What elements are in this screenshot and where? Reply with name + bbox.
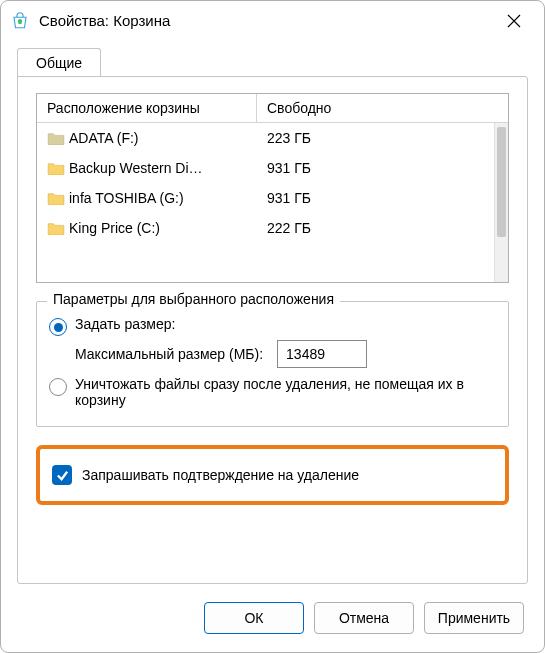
table-row[interactable]: Backup Western Di… 931 ГБ bbox=[37, 153, 494, 183]
close-button[interactable] bbox=[494, 1, 534, 41]
recycle-bin-icon bbox=[11, 12, 29, 30]
cell-free: 931 ГБ bbox=[257, 154, 494, 182]
settings-group: Параметры для выбранного расположения За… bbox=[36, 301, 509, 427]
table-row[interactable]: infa TOSHIBA (G:) 931 ГБ bbox=[37, 183, 494, 213]
cancel-button[interactable]: Отмена bbox=[314, 602, 414, 634]
scrollbar-thumb[interactable] bbox=[497, 127, 506, 237]
cell-free: 223 ГБ bbox=[257, 124, 494, 152]
cell-location: Backup Western Di… bbox=[69, 160, 203, 176]
tab-strip: Общие bbox=[1, 41, 544, 76]
confirm-delete-highlight: Запрашивать подтверждение на удаление bbox=[36, 445, 509, 505]
table-row[interactable]: King Price (C:) 222 ГБ bbox=[37, 213, 494, 243]
cell-location: King Price (C:) bbox=[69, 220, 160, 236]
confirm-delete-checkbox[interactable] bbox=[52, 465, 72, 485]
table-header: Расположение корзины Свободно bbox=[37, 94, 508, 123]
radio-custom-size[interactable] bbox=[49, 318, 67, 336]
cell-free: 931 ГБ bbox=[257, 184, 494, 212]
cell-location: ADATA (F:) bbox=[69, 130, 138, 146]
table-scrollbar[interactable] bbox=[494, 123, 508, 282]
locations-table: Расположение корзины Свободно ADATA (F:)… bbox=[36, 93, 509, 283]
tab-general[interactable]: Общие bbox=[17, 48, 101, 77]
cell-free: 222 ГБ bbox=[257, 214, 494, 242]
folder-icon bbox=[47, 161, 65, 175]
tab-panel-general: Расположение корзины Свободно ADATA (F:)… bbox=[17, 76, 528, 584]
folder-icon bbox=[47, 191, 65, 205]
dialog-button-bar: ОК Отмена Применить bbox=[1, 592, 544, 652]
group-legend: Параметры для выбранного расположения bbox=[47, 291, 340, 307]
folder-icon bbox=[47, 221, 65, 235]
radio-delete-immediately-label: Уничтожать файлы сразу после удаления, н… bbox=[75, 376, 496, 408]
column-header-location[interactable]: Расположение корзины bbox=[37, 94, 257, 122]
properties-window: Свойства: Корзина Общие Расположение кор… bbox=[0, 0, 545, 653]
column-header-free[interactable]: Свободно bbox=[257, 94, 508, 122]
titlebar: Свойства: Корзина bbox=[1, 1, 544, 41]
apply-button[interactable]: Применить bbox=[424, 602, 524, 634]
radio-custom-size-label: Задать размер: bbox=[75, 316, 496, 332]
radio-delete-immediately[interactable] bbox=[49, 378, 67, 396]
max-size-input[interactable] bbox=[277, 340, 367, 368]
folder-icon bbox=[47, 131, 65, 145]
cell-location: infa TOSHIBA (G:) bbox=[69, 190, 184, 206]
confirm-delete-label: Запрашивать подтверждение на удаление bbox=[82, 467, 359, 483]
table-body: ADATA (F:) 223 ГБ Backup Western Di… 931… bbox=[37, 123, 494, 282]
table-row[interactable]: ADATA (F:) 223 ГБ bbox=[37, 123, 494, 153]
max-size-label: Максимальный размер (МБ): bbox=[75, 346, 263, 362]
ok-button[interactable]: ОК bbox=[204, 602, 304, 634]
window-title: Свойства: Корзина bbox=[39, 12, 494, 29]
